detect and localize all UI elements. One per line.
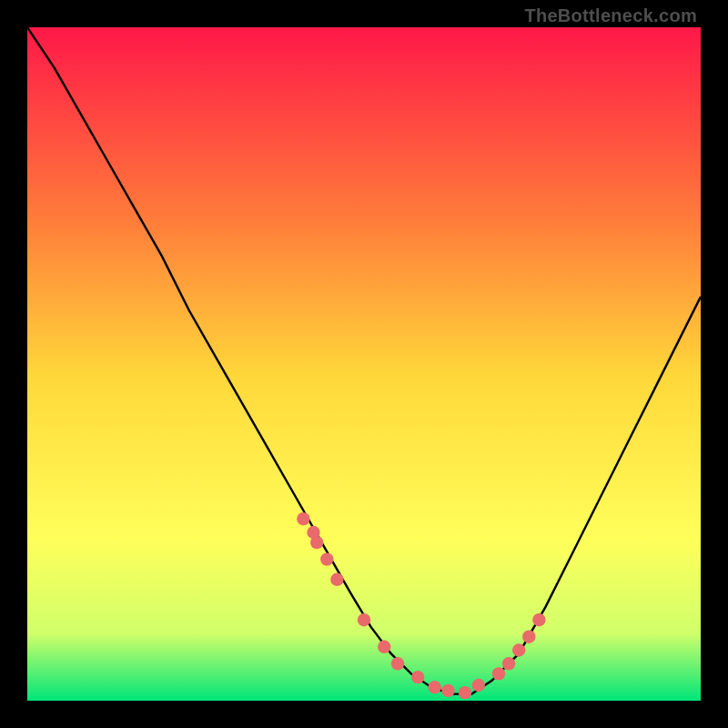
highlight-dot (512, 643, 525, 656)
highlight-dot (411, 671, 424, 683)
gradient-background (27, 27, 701, 701)
highlight-dot (297, 512, 309, 525)
chart-frame: TheBottleneck.com (0, 0, 728, 728)
highlight-dot (492, 667, 505, 680)
watermark-text: TheBottleneck.com (524, 5, 697, 26)
highlight-dot (429, 681, 441, 693)
highlight-dot (330, 573, 343, 586)
highlight-dot (532, 613, 545, 626)
highlight-dot (441, 684, 454, 697)
plot-area (27, 27, 701, 701)
highlight-dot (391, 657, 404, 670)
chart-svg (27, 27, 701, 701)
highlight-dot (522, 631, 535, 643)
highlight-dot (358, 613, 370, 626)
highlight-dot (459, 686, 471, 699)
highlight-dot (472, 679, 485, 692)
highlight-dot (320, 552, 333, 565)
highlight-dot (502, 657, 515, 670)
highlight-dot (378, 641, 390, 653)
highlight-dot (310, 536, 323, 549)
